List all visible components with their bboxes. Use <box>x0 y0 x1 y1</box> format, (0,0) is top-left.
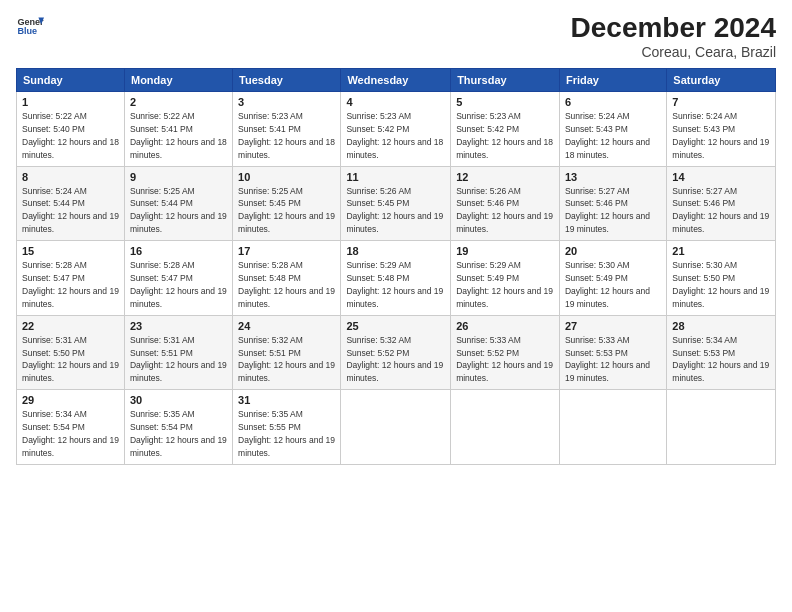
day-number: 9 <box>130 171 227 183</box>
logo-icon: General Blue <box>16 12 44 40</box>
day-cell-16: 16 Sunrise: 5:28 AMSunset: 5:47 PMDaylig… <box>124 241 232 316</box>
weekday-header-thursday: Thursday <box>451 69 560 92</box>
day-number: 7 <box>672 96 770 108</box>
empty-cell <box>559 390 666 465</box>
month-title: December 2024 <box>571 12 776 44</box>
weekday-header-friday: Friday <box>559 69 666 92</box>
day-number: 12 <box>456 171 554 183</box>
day-number: 22 <box>22 320 119 332</box>
day-info: Sunrise: 5:24 AMSunset: 5:44 PMDaylight:… <box>22 186 119 235</box>
day-cell-27: 27 Sunrise: 5:33 AMSunset: 5:53 PMDaylig… <box>559 315 666 390</box>
day-cell-6: 6 Sunrise: 5:24 AMSunset: 5:43 PMDayligh… <box>559 92 666 167</box>
day-info: Sunrise: 5:23 AMSunset: 5:42 PMDaylight:… <box>456 111 553 160</box>
day-info: Sunrise: 5:23 AMSunset: 5:41 PMDaylight:… <box>238 111 335 160</box>
day-info: Sunrise: 5:34 AMSunset: 5:53 PMDaylight:… <box>672 335 769 384</box>
day-info: Sunrise: 5:27 AMSunset: 5:46 PMDaylight:… <box>672 186 769 235</box>
day-number: 18 <box>346 245 445 257</box>
day-number: 3 <box>238 96 335 108</box>
day-info: Sunrise: 5:35 AMSunset: 5:54 PMDaylight:… <box>130 409 227 458</box>
day-number: 10 <box>238 171 335 183</box>
page-container: General Blue December 2024 Coreau, Ceara… <box>0 0 792 473</box>
day-cell-28: 28 Sunrise: 5:34 AMSunset: 5:53 PMDaylig… <box>667 315 776 390</box>
week-row-4: 22 Sunrise: 5:31 AMSunset: 5:50 PMDaylig… <box>17 315 776 390</box>
day-cell-19: 19 Sunrise: 5:29 AMSunset: 5:49 PMDaylig… <box>451 241 560 316</box>
day-info: Sunrise: 5:32 AMSunset: 5:52 PMDaylight:… <box>346 335 443 384</box>
day-info: Sunrise: 5:33 AMSunset: 5:52 PMDaylight:… <box>456 335 553 384</box>
day-info: Sunrise: 5:22 AMSunset: 5:41 PMDaylight:… <box>130 111 227 160</box>
day-cell-12: 12 Sunrise: 5:26 AMSunset: 5:46 PMDaylig… <box>451 166 560 241</box>
day-info: Sunrise: 5:29 AMSunset: 5:49 PMDaylight:… <box>456 260 553 309</box>
day-info: Sunrise: 5:30 AMSunset: 5:49 PMDaylight:… <box>565 260 650 309</box>
day-cell-10: 10 Sunrise: 5:25 AMSunset: 5:45 PMDaylig… <box>233 166 341 241</box>
day-number: 26 <box>456 320 554 332</box>
day-number: 1 <box>22 96 119 108</box>
day-info: Sunrise: 5:33 AMSunset: 5:53 PMDaylight:… <box>565 335 650 384</box>
day-number: 25 <box>346 320 445 332</box>
day-number: 4 <box>346 96 445 108</box>
day-number: 31 <box>238 394 335 406</box>
day-number: 29 <box>22 394 119 406</box>
empty-cell <box>341 390 451 465</box>
weekday-header-saturday: Saturday <box>667 69 776 92</box>
day-cell-20: 20 Sunrise: 5:30 AMSunset: 5:49 PMDaylig… <box>559 241 666 316</box>
day-cell-7: 7 Sunrise: 5:24 AMSunset: 5:43 PMDayligh… <box>667 92 776 167</box>
day-number: 14 <box>672 171 770 183</box>
day-cell-25: 25 Sunrise: 5:32 AMSunset: 5:52 PMDaylig… <box>341 315 451 390</box>
weekday-header-monday: Monday <box>124 69 232 92</box>
day-cell-13: 13 Sunrise: 5:27 AMSunset: 5:46 PMDaylig… <box>559 166 666 241</box>
day-cell-31: 31 Sunrise: 5:35 AMSunset: 5:55 PMDaylig… <box>233 390 341 465</box>
empty-cell <box>451 390 560 465</box>
day-info: Sunrise: 5:25 AMSunset: 5:45 PMDaylight:… <box>238 186 335 235</box>
day-info: Sunrise: 5:34 AMSunset: 5:54 PMDaylight:… <box>22 409 119 458</box>
day-number: 27 <box>565 320 661 332</box>
day-cell-29: 29 Sunrise: 5:34 AMSunset: 5:54 PMDaylig… <box>17 390 125 465</box>
day-number: 21 <box>672 245 770 257</box>
day-number: 16 <box>130 245 227 257</box>
day-cell-22: 22 Sunrise: 5:31 AMSunset: 5:50 PMDaylig… <box>17 315 125 390</box>
weekday-header-sunday: Sunday <box>17 69 125 92</box>
day-cell-8: 8 Sunrise: 5:24 AMSunset: 5:44 PMDayligh… <box>17 166 125 241</box>
day-number: 15 <box>22 245 119 257</box>
week-row-3: 15 Sunrise: 5:28 AMSunset: 5:47 PMDaylig… <box>17 241 776 316</box>
svg-text:Blue: Blue <box>17 26 37 36</box>
day-info: Sunrise: 5:31 AMSunset: 5:51 PMDaylight:… <box>130 335 227 384</box>
day-number: 11 <box>346 171 445 183</box>
day-cell-26: 26 Sunrise: 5:33 AMSunset: 5:52 PMDaylig… <box>451 315 560 390</box>
day-cell-21: 21 Sunrise: 5:30 AMSunset: 5:50 PMDaylig… <box>667 241 776 316</box>
day-number: 23 <box>130 320 227 332</box>
day-info: Sunrise: 5:26 AMSunset: 5:46 PMDaylight:… <box>456 186 553 235</box>
day-info: Sunrise: 5:29 AMSunset: 5:48 PMDaylight:… <box>346 260 443 309</box>
day-number: 30 <box>130 394 227 406</box>
weekday-header-tuesday: Tuesday <box>233 69 341 92</box>
day-info: Sunrise: 5:28 AMSunset: 5:47 PMDaylight:… <box>22 260 119 309</box>
week-row-1: 1 Sunrise: 5:22 AMSunset: 5:40 PMDayligh… <box>17 92 776 167</box>
day-number: 28 <box>672 320 770 332</box>
week-row-2: 8 Sunrise: 5:24 AMSunset: 5:44 PMDayligh… <box>17 166 776 241</box>
day-number: 24 <box>238 320 335 332</box>
day-info: Sunrise: 5:28 AMSunset: 5:48 PMDaylight:… <box>238 260 335 309</box>
day-info: Sunrise: 5:28 AMSunset: 5:47 PMDaylight:… <box>130 260 227 309</box>
day-info: Sunrise: 5:31 AMSunset: 5:50 PMDaylight:… <box>22 335 119 384</box>
day-number: 2 <box>130 96 227 108</box>
day-cell-11: 11 Sunrise: 5:26 AMSunset: 5:45 PMDaylig… <box>341 166 451 241</box>
empty-cell <box>667 390 776 465</box>
day-cell-17: 17 Sunrise: 5:28 AMSunset: 5:48 PMDaylig… <box>233 241 341 316</box>
day-number: 8 <box>22 171 119 183</box>
day-info: Sunrise: 5:24 AMSunset: 5:43 PMDaylight:… <box>565 111 650 160</box>
header: General Blue December 2024 Coreau, Ceara… <box>16 12 776 60</box>
day-number: 17 <box>238 245 335 257</box>
day-cell-18: 18 Sunrise: 5:29 AMSunset: 5:48 PMDaylig… <box>341 241 451 316</box>
day-number: 13 <box>565 171 661 183</box>
day-info: Sunrise: 5:25 AMSunset: 5:44 PMDaylight:… <box>130 186 227 235</box>
day-info: Sunrise: 5:30 AMSunset: 5:50 PMDaylight:… <box>672 260 769 309</box>
day-number: 5 <box>456 96 554 108</box>
calendar-table: SundayMondayTuesdayWednesdayThursdayFrid… <box>16 68 776 465</box>
day-cell-1: 1 Sunrise: 5:22 AMSunset: 5:40 PMDayligh… <box>17 92 125 167</box>
day-cell-3: 3 Sunrise: 5:23 AMSunset: 5:41 PMDayligh… <box>233 92 341 167</box>
day-cell-5: 5 Sunrise: 5:23 AMSunset: 5:42 PMDayligh… <box>451 92 560 167</box>
day-cell-14: 14 Sunrise: 5:27 AMSunset: 5:46 PMDaylig… <box>667 166 776 241</box>
day-info: Sunrise: 5:35 AMSunset: 5:55 PMDaylight:… <box>238 409 335 458</box>
day-info: Sunrise: 5:27 AMSunset: 5:46 PMDaylight:… <box>565 186 650 235</box>
week-row-5: 29 Sunrise: 5:34 AMSunset: 5:54 PMDaylig… <box>17 390 776 465</box>
day-info: Sunrise: 5:24 AMSunset: 5:43 PMDaylight:… <box>672 111 769 160</box>
